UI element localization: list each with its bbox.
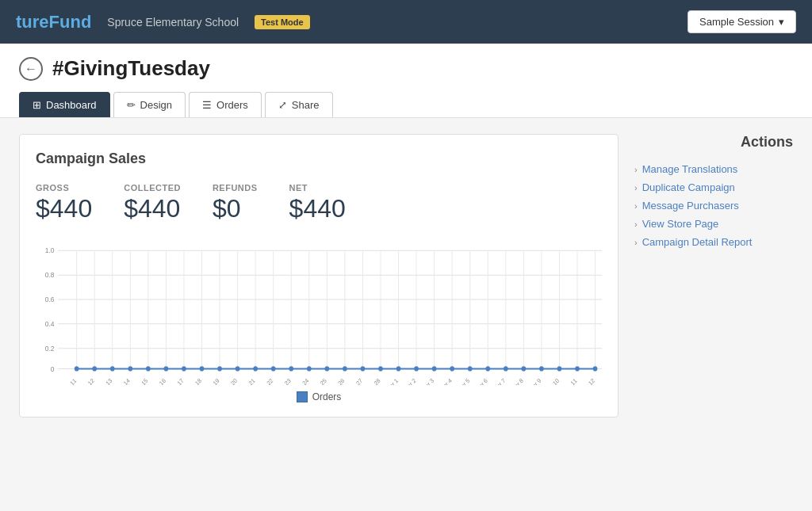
svg-point-71 (593, 366, 598, 371)
svg-text:Feb 28: Feb 28 (365, 377, 382, 385)
campaign-card-title: Campaign Sales (36, 151, 602, 167)
tab-bar: ⊞ Dashboard ✏ Design ☰ Orders ⤢ Share (19, 92, 793, 117)
stat-refunds-value: $0 (213, 194, 258, 223)
main-content: Campaign Sales GROSS $440 COLLECTED $440… (0, 118, 812, 433)
action-campaign-detail-report-label: Campaign Detail Report (642, 236, 753, 248)
svg-text:Feb 19: Feb 19 (204, 377, 221, 385)
chevron-right-icon: › (634, 165, 638, 174)
dropdown-chevron-icon: ▾ (779, 16, 784, 28)
svg-text:Mar 3: Mar 3 (420, 377, 435, 385)
svg-text:Mar 12: Mar 12 (579, 377, 596, 385)
share-icon: ⤢ (278, 99, 287, 111)
svg-text:Mar 6: Mar 6 (474, 377, 489, 385)
stat-gross-value: $440 (36, 194, 92, 223)
stat-net-value: $440 (289, 194, 346, 223)
svg-text:Feb 26: Feb 26 (329, 377, 347, 385)
svg-point-49 (200, 366, 205, 371)
page-title-area: ← #GivingTuesday ⊞ Dashboard ✏ Design ☰ … (0, 44, 812, 118)
action-manage-translations[interactable]: › Manage Translations (634, 160, 793, 178)
svg-text:Feb 15: Feb 15 (132, 377, 150, 385)
svg-text:Feb 24: Feb 24 (293, 377, 311, 385)
tab-share-label: Share (292, 99, 320, 111)
svg-text:Feb 23: Feb 23 (275, 377, 293, 385)
svg-text:Mar 9: Mar 9 (527, 377, 542, 385)
svg-point-62 (432, 366, 437, 371)
action-duplicate-campaign[interactable]: › Duplicate Campaign (634, 178, 793, 196)
back-button[interactable]: ← (19, 57, 43, 81)
svg-point-51 (236, 366, 240, 371)
svg-text:0: 0 (51, 364, 55, 372)
tab-dashboard[interactable]: ⊞ Dashboard (19, 92, 110, 117)
svg-text:0.6: 0.6 (45, 296, 55, 303)
logo-suffix: Fund (49, 12, 92, 32)
stat-refunds: REFUNDS $0 (213, 183, 258, 223)
svg-point-52 (253, 366, 258, 371)
svg-point-45 (128, 366, 132, 371)
svg-point-66 (504, 366, 508, 371)
action-manage-translations-label: Manage Translations (642, 163, 738, 175)
svg-point-56 (325, 366, 330, 371)
svg-text:Feb 13: Feb 13 (97, 377, 114, 385)
svg-point-65 (485, 366, 490, 371)
chart-container: 1.0 0.8 0.6 0.4 0.2 0 (36, 242, 602, 401)
svg-point-64 (468, 366, 473, 371)
svg-text:1.0: 1.0 (45, 246, 55, 254)
svg-point-63 (450, 366, 454, 371)
svg-point-67 (522, 366, 527, 371)
tab-design[interactable]: ✏ Design (113, 92, 186, 117)
sales-chart: 1.0 0.8 0.6 0.4 0.2 0 (36, 242, 602, 385)
svg-text:Feb 16: Feb 16 (150, 377, 167, 385)
svg-text:Mar 8: Mar 8 (510, 377, 525, 385)
svg-text:Feb 21: Feb 21 (239, 377, 257, 385)
chart-legend-label: Orders (312, 391, 342, 402)
svg-text:Mar 4: Mar 4 (439, 377, 454, 385)
action-message-purchasers[interactable]: › Message Purchasers (634, 196, 793, 215)
svg-point-55 (307, 366, 312, 371)
action-view-store-page-label: View Store Page (642, 218, 719, 230)
tab-share[interactable]: ⤢ Share (265, 92, 333, 117)
svg-point-50 (217, 366, 222, 371)
stat-gross-label: GROSS (36, 183, 92, 193)
stat-collected: COLLECTED $440 (124, 183, 181, 223)
action-campaign-detail-report[interactable]: › Campaign Detail Report (634, 233, 793, 251)
svg-text:Feb 12: Feb 12 (79, 377, 96, 385)
sample-session-button[interactable]: Sample Session ▾ (688, 10, 796, 33)
action-view-store-page[interactable]: › View Store Page (634, 215, 793, 233)
svg-point-59 (378, 366, 383, 371)
svg-point-43 (92, 366, 97, 371)
svg-point-44 (110, 366, 115, 371)
svg-point-70 (575, 366, 580, 371)
svg-point-68 (539, 366, 544, 371)
svg-text:0.4: 0.4 (45, 320, 55, 328)
svg-point-58 (361, 366, 366, 371)
action-message-purchasers-label: Message Purchasers (642, 200, 739, 212)
orders-icon: ☰ (202, 99, 212, 111)
stats-row: GROSS $440 COLLECTED $440 REFUNDS $0 NET… (36, 183, 602, 223)
svg-text:Feb 22: Feb 22 (257, 377, 274, 385)
svg-point-42 (75, 366, 79, 371)
sample-session-label: Sample Session (699, 16, 774, 28)
chevron-right-icon: › (634, 238, 638, 247)
svg-text:Feb 14: Feb 14 (114, 377, 132, 385)
svg-text:Mar 10: Mar 10 (543, 377, 561, 385)
svg-text:Feb 11: Feb 11 (60, 377, 78, 385)
dashboard-icon: ⊞ (33, 99, 41, 111)
svg-point-46 (146, 366, 151, 371)
legend-color-box (297, 391, 308, 402)
svg-point-61 (414, 366, 419, 371)
stat-net: NET $440 (289, 183, 346, 223)
svg-point-69 (557, 366, 562, 371)
stat-collected-label: COLLECTED (124, 183, 181, 193)
svg-text:0.8: 0.8 (45, 271, 55, 279)
chevron-right-icon: › (634, 219, 638, 229)
svg-text:Feb 20: Feb 20 (221, 377, 239, 385)
stat-collected-value: $440 (124, 194, 181, 223)
stat-refunds-label: REFUNDS (213, 183, 258, 193)
tab-orders[interactable]: ☰ Orders (189, 92, 262, 117)
svg-point-48 (182, 366, 186, 371)
svg-point-53 (271, 366, 276, 371)
svg-point-47 (164, 366, 169, 371)
svg-text:Mar 1: Mar 1 (385, 377, 400, 385)
svg-point-57 (343, 366, 347, 371)
back-arrow-icon: ← (25, 62, 37, 76)
